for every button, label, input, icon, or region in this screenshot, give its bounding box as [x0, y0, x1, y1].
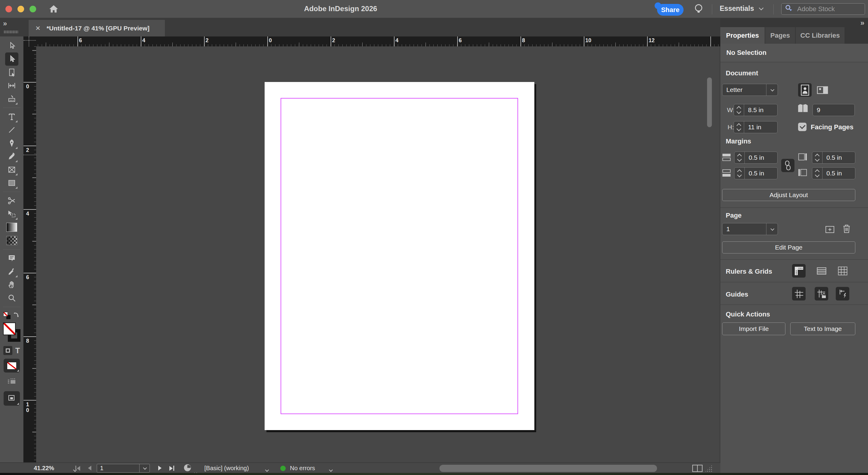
content-collector-tool[interactable]: [5, 92, 19, 105]
margin-outside-stepper[interactable]: [812, 167, 823, 179]
page-number-field[interactable]: 1: [97, 464, 150, 473]
pasteboard[interactable]: [36, 46, 720, 462]
pages-count-field[interactable]: 9: [812, 104, 855, 116]
fill-stroke-proxy[interactable]: [3, 322, 21, 342]
swap-fill-stroke-icon[interactable]: [13, 312, 20, 319]
default-fill-stroke-icon[interactable]: [3, 312, 10, 319]
import-file-button[interactable]: Import File: [722, 322, 785, 335]
first-page-button[interactable]: [75, 466, 80, 471]
formatting-affects-text-icon[interactable]: T: [16, 346, 20, 355]
page-number-value[interactable]: 1: [97, 464, 139, 472]
discover-lightbulb-icon[interactable]: [692, 3, 705, 16]
previous-page-button[interactable]: [88, 466, 91, 471]
toolbar-grip[interactable]: [4, 30, 18, 34]
scissors-tool[interactable]: [5, 194, 19, 208]
errors-chevron-icon[interactable]: [329, 466, 332, 473]
share-button[interactable]: Share: [657, 4, 684, 16]
eyedropper-tool[interactable]: [5, 265, 19, 278]
text-to-image-button[interactable]: Text to Image: [790, 322, 855, 335]
collapse-panel-icon[interactable]: »: [861, 19, 864, 27]
document-page[interactable]: [265, 82, 534, 430]
resize-grip[interactable]: [705, 465, 712, 472]
fill-swatch-none[interactable]: [3, 322, 16, 335]
apply-none-button[interactable]: [4, 359, 20, 373]
ruler-origin-corner[interactable]: [24, 36, 36, 46]
facing-pages-checkbox[interactable]: [798, 123, 807, 131]
show-rulers-button[interactable]: [792, 264, 806, 278]
search-icon: [784, 4, 794, 14]
gradient-feather-tool[interactable]: [5, 234, 19, 247]
rectangle-tool[interactable]: [5, 176, 19, 190]
tab-pages[interactable]: Pages: [765, 27, 795, 44]
next-page-button[interactable]: [158, 466, 161, 471]
page-size-select[interactable]: Letter: [722, 84, 778, 96]
margin-inside-stepper[interactable]: [812, 152, 823, 163]
document-grid-button[interactable]: [836, 264, 849, 278]
margin-bottom-value[interactable]: 0.5 in: [745, 167, 777, 179]
selection-tool[interactable]: [5, 39, 19, 53]
profile-chevron-icon[interactable]: [265, 466, 268, 473]
preflight-status[interactable]: No errors: [290, 465, 315, 472]
baseline-grid-button[interactable]: [815, 264, 828, 278]
horizontal-scrollbar[interactable]: [439, 465, 657, 472]
add-page-icon[interactable]: [825, 225, 835, 235]
edit-page-button[interactable]: Edit Page: [722, 242, 855, 253]
delete-page-icon[interactable]: [842, 224, 851, 235]
vertical-scrollbar[interactable]: [707, 77, 712, 127]
screen-mode-button[interactable]: [4, 391, 20, 406]
direct-selection-tool[interactable]: [5, 53, 19, 66]
lock-guides-button[interactable]: [815, 287, 828, 300]
height-stepper[interactable]: [734, 122, 744, 133]
link-margins-button[interactable]: [781, 159, 795, 172]
vertical-ruler[interactable]: 0 2 4 6 8 10: [24, 46, 36, 462]
pages-count-value[interactable]: 9: [813, 104, 855, 116]
zoom-tool[interactable]: [5, 291, 19, 305]
margin-top-value[interactable]: 0.5 in: [745, 152, 777, 163]
note-tool[interactable]: [5, 252, 19, 265]
adjust-layout-button[interactable]: Adjust Layout: [722, 189, 855, 201]
close-tab-icon[interactable]: ✕: [35, 25, 41, 32]
line-tool[interactable]: [5, 123, 19, 136]
margin-bottom-field[interactable]: 0.5 in: [734, 167, 778, 179]
collapse-toolbar-icon[interactable]: »: [3, 19, 6, 28]
margin-inside-field[interactable]: 0.5 in: [812, 152, 855, 164]
height-field[interactable]: 11 in: [734, 121, 778, 133]
width-stepper[interactable]: [734, 104, 744, 116]
last-page-button[interactable]: [169, 466, 174, 471]
dashed-frame-icon[interactable]: [7, 378, 17, 386]
margin-outside-value[interactable]: 0.5 in: [823, 167, 855, 179]
preflight-profile[interactable]: [Basic] (working): [204, 465, 249, 472]
page-tool[interactable]: [5, 66, 19, 79]
hruler-label: 8: [522, 37, 525, 44]
show-guides-button[interactable]: [792, 287, 806, 300]
tab-cc-libraries[interactable]: CC Libraries: [796, 27, 844, 44]
horizontal-ruler[interactable]: 6 4 2 0 2 4 6 8 10 12: [36, 36, 720, 46]
margin-inside-value[interactable]: 0.5 in: [823, 152, 855, 163]
zoom-level[interactable]: 41.22%: [34, 465, 54, 472]
margin-outside-field[interactable]: 0.5 in: [812, 167, 855, 179]
workspace-switcher[interactable]: Essentials: [720, 4, 762, 13]
gap-tool[interactable]: [5, 79, 19, 92]
free-transform-tool[interactable]: [5, 208, 19, 221]
current-page-select[interactable]: 1: [722, 223, 778, 235]
smart-guides-button[interactable]: [836, 287, 849, 300]
width-field[interactable]: 8.5 in: [734, 104, 778, 116]
pen-tool[interactable]: [5, 136, 19, 150]
orientation-portrait-button[interactable]: [798, 83, 812, 97]
margin-top-stepper[interactable]: [735, 152, 745, 163]
height-value[interactable]: 11 in: [744, 122, 777, 133]
tab-properties[interactable]: Properties: [720, 27, 765, 44]
document-tab[interactable]: ✕ *Untitled-17 @ 41% [GPU Preview]: [29, 20, 165, 36]
frame-tool[interactable]: [5, 163, 19, 176]
hand-tool[interactable]: [5, 278, 19, 291]
formatting-affects-container-icon[interactable]: [3, 346, 12, 355]
margin-bottom-stepper[interactable]: [735, 167, 745, 179]
type-tool[interactable]: [5, 110, 19, 123]
spread-view-icon[interactable]: [692, 465, 703, 474]
pencil-tool[interactable]: [5, 150, 19, 163]
orientation-landscape-button[interactable]: [815, 83, 829, 97]
width-value[interactable]: 8.5 in: [744, 104, 777, 116]
gradient-swatch-tool[interactable]: [5, 221, 19, 234]
adobe-stock-search[interactable]: Adobe Stock: [781, 3, 865, 15]
margin-top-field[interactable]: 0.5 in: [734, 152, 778, 164]
